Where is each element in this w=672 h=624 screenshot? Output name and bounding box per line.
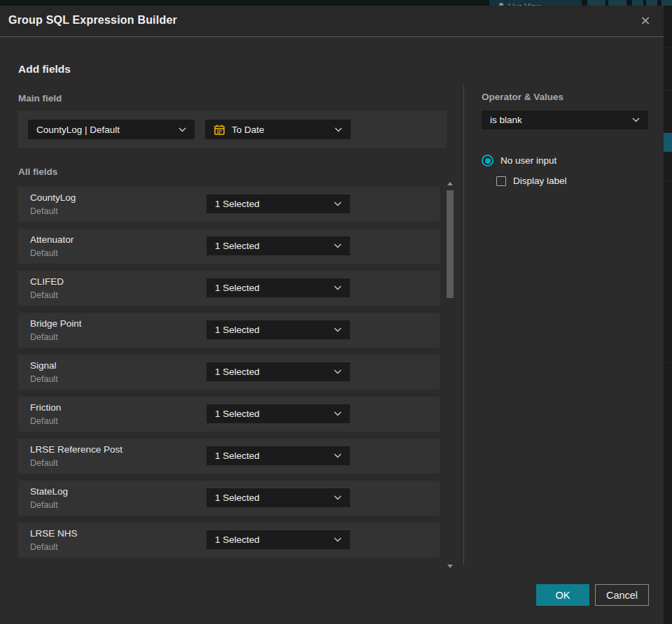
background-app-top-strip: Live View [0,0,672,6]
row-selected-value: 1 Selected [215,283,328,293]
all-fields-label: All fields [18,166,57,177]
field-selection-select[interactable]: 1 Selected [206,278,350,297]
calendar-icon [214,124,225,136]
main-field-select-value: CountyLog | Default [36,125,173,135]
close-icon[interactable]: ✕ [637,13,654,29]
main-field-panel: CountyLog | Default To Date [18,111,447,148]
operator-select[interactable]: is blank [482,111,648,129]
field-selection-select[interactable]: 1 Selected [206,362,350,381]
field-subtitle: Default [30,374,58,384]
row-selected-value: 1 Selected [215,409,328,419]
background-toolbar-block [646,0,657,6]
operator-select-value: is blank [490,115,626,125]
field-name: StateLog [30,486,68,497]
chevron-down-icon [334,453,342,458]
field-selection-select[interactable]: 1 Selected [206,194,350,213]
ok-button[interactable]: OK [536,584,589,606]
dialog-title: Group SQL Expression Builder [8,14,177,27]
chevron-down-icon [632,118,640,122]
field-row: CountyLog Default 1 Selected [18,187,440,222]
row-selected-value: 1 Selected [215,492,328,503]
main-field-date-select-value: To Date [232,125,329,135]
fields-list-scrollbar[interactable] [447,180,454,569]
field-name: Signal [30,360,57,371]
field-subtitle: Default [30,542,58,552]
chevron-down-icon [334,327,342,332]
chevron-down-icon [178,127,186,132]
main-field-label: Main field [18,93,62,104]
row-selected-value: 1 Selected [215,241,328,251]
chevron-down-icon [334,369,342,374]
field-name: CLIFED [30,276,64,287]
scrollbar-thumb[interactable] [447,190,454,298]
field-row: StateLog Default 1 Selected [18,481,440,516]
field-row: Bridge Point Default 1 Selected [18,313,440,348]
field-selection-select[interactable]: 1 Selected [206,404,350,423]
chevron-down-icon [334,411,342,416]
all-fields-list: CountyLog Default 1 Selected Attenuator … [18,187,440,565]
field-name: LRSE Reference Post [30,444,122,455]
chevron-down-icon [334,495,342,500]
row-selected-value: 1 Selected [215,451,328,461]
no-user-input-label: No user input [500,155,556,166]
live-view-button[interactable]: Live View [489,0,582,6]
field-row: CLIFED Default 1 Selected [18,271,440,306]
row-selected-value: 1 Selected [215,325,328,335]
no-user-input-option[interactable]: No user input [482,155,556,166]
field-subtitle: Default [30,206,58,216]
main-field-select[interactable]: CountyLog | Default [28,120,195,139]
field-row: LRSE NHS Default 1 Selected [18,523,440,558]
field-subtitle: Default [30,500,58,510]
scroll-down-icon[interactable] [447,565,453,568]
chevron-down-icon [335,127,342,132]
field-selection-select[interactable]: 1 Selected [206,320,350,339]
field-row: Signal Default 1 Selected [18,355,440,390]
field-subtitle: Default [30,416,58,426]
background-toolbar-block [608,0,626,6]
background-toolbar-block [662,0,672,6]
background-toolbar-block [632,0,643,6]
background-selected-item [664,133,672,152]
chevron-down-icon [334,285,342,290]
add-fields-heading: Add fields [18,63,71,76]
row-selected-value: 1 Selected [215,367,328,377]
no-user-input-radio[interactable] [482,155,493,166]
cancel-button[interactable]: Cancel [595,584,649,606]
scroll-up-icon[interactable] [447,182,453,185]
display-label-label: Display label [513,176,567,186]
field-selection-select[interactable]: 1 Selected [206,446,350,465]
chevron-down-icon [334,243,342,248]
field-name: CountyLog [30,192,76,203]
chevron-down-icon [334,201,342,206]
dialog-titlebar: Group SQL Expression Builder ✕ [0,6,664,37]
main-field-date-select[interactable]: To Date [205,120,351,139]
field-name: Bridge Point [30,318,82,329]
field-row: Attenuator Default 1 Selected [18,229,440,264]
field-selection-select[interactable]: 1 Selected [206,488,350,507]
field-subtitle: Default [30,332,58,342]
chevron-down-icon [334,537,342,542]
group-sql-expression-builder-dialog: Group SQL Expression Builder ✕ Add field… [0,6,664,624]
background-app-right-strip [664,6,672,624]
row-selected-value: 1 Selected [215,534,328,545]
field-name: LRSE NHS [30,528,78,539]
row-selected-value: 1 Selected [215,199,328,209]
column-divider [463,85,464,565]
field-row: Friction Default 1 Selected [18,397,440,432]
field-selection-select[interactable]: 1 Selected [206,530,350,549]
field-name: Friction [30,402,61,413]
display-label-checkbox[interactable] [496,176,506,186]
field-subtitle: Default [30,248,58,258]
field-selection-select[interactable]: 1 Selected [206,236,350,255]
field-name: Attenuator [30,234,74,245]
field-row: LRSE Reference Post Default 1 Selected [18,439,440,474]
background-toolbar-block [587,0,606,6]
field-subtitle: Default [30,290,58,300]
field-subtitle: Default [30,458,58,468]
operator-values-label: Operator & Values [482,92,564,102]
display-label-option[interactable]: Display label [496,176,567,186]
